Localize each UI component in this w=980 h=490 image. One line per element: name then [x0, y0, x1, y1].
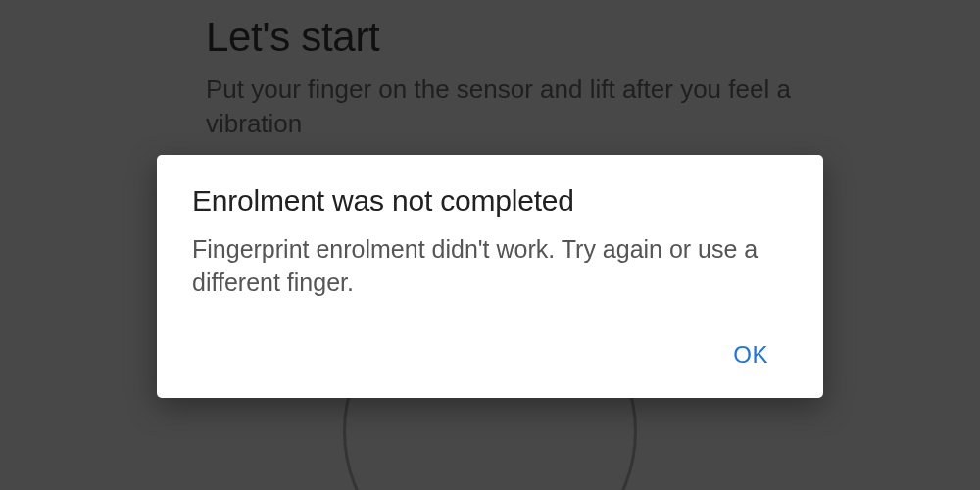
dialog-message: Fingerprint enrolment didn't work. Try a… [192, 233, 760, 300]
dialog-title: Enrolment was not completed [192, 184, 788, 218]
error-dialog: Enrolment was not completed Fingerprint … [157, 155, 823, 398]
ok-button[interactable]: OK [721, 333, 780, 376]
dialog-actions: OK [192, 333, 788, 384]
